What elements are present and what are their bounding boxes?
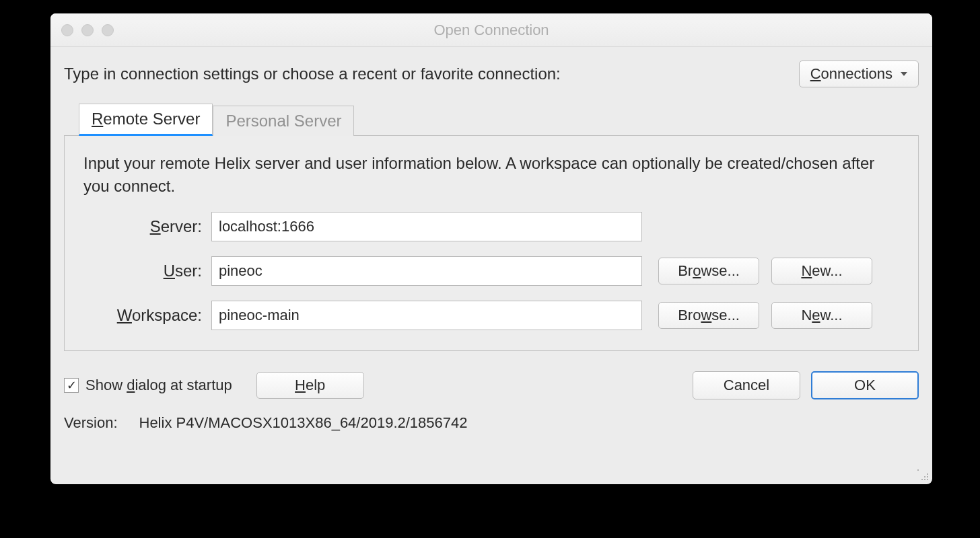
traffic-lights bbox=[61, 24, 114, 36]
show-dialog-label: Show dialog at startup bbox=[85, 377, 232, 394]
footer-left-group: ✓ Show dialog at startup Help bbox=[64, 372, 364, 399]
workspace-input[interactable] bbox=[211, 301, 642, 330]
top-row: Type in connection settings or choose a … bbox=[64, 61, 919, 87]
dialog-body: Type in connection settings or choose a … bbox=[50, 47, 932, 484]
panel-instruction: Input your remote Helix server and user … bbox=[83, 152, 899, 197]
close-traffic-light[interactable] bbox=[61, 24, 73, 36]
tab-personal-server[interactable]: Personal Server bbox=[213, 106, 354, 136]
footer: ✓ Show dialog at startup Help Cancel OK … bbox=[64, 371, 919, 432]
user-new-button[interactable]: New... bbox=[771, 258, 872, 284]
tab-bar: Remote Server Personal Server bbox=[79, 104, 919, 136]
minimize-traffic-light[interactable] bbox=[81, 24, 94, 36]
workspace-row: Workspace: Browse... New... bbox=[83, 301, 899, 330]
workspace-browse-button[interactable]: Browse... bbox=[658, 302, 759, 329]
version-row: Version: Helix P4V/MACOSX1013X86_64/2019… bbox=[64, 414, 919, 432]
footer-row: ✓ Show dialog at startup Help Cancel OK bbox=[64, 371, 919, 399]
connections-dropdown[interactable]: Connections bbox=[799, 61, 919, 87]
tab-remote-server[interactable]: Remote Server bbox=[79, 104, 213, 136]
server-input[interactable] bbox=[211, 212, 642, 241]
version-label: Version: bbox=[64, 414, 118, 432]
footer-right-group: Cancel OK bbox=[693, 371, 919, 399]
show-dialog-checkbox[interactable]: ✓ Show dialog at startup bbox=[64, 377, 232, 394]
user-row-buttons: Browse... New... bbox=[658, 258, 872, 284]
zoom-traffic-light[interactable] bbox=[102, 24, 114, 36]
instruction-text: Type in connection settings or choose a … bbox=[64, 65, 561, 83]
ok-button[interactable]: OK bbox=[811, 371, 919, 399]
titlebar: Open Connection bbox=[50, 13, 932, 47]
resize-grip-icon[interactable] bbox=[917, 469, 930, 482]
server-label: Server: bbox=[83, 217, 211, 236]
connections-dropdown-label: Connections bbox=[810, 65, 893, 83]
workspace-label: Workspace: bbox=[83, 306, 211, 325]
chevron-down-icon bbox=[901, 72, 907, 76]
user-row: User: Browse... New... bbox=[83, 256, 899, 286]
user-input[interactable] bbox=[211, 256, 642, 286]
server-row: Server: bbox=[83, 212, 899, 241]
user-label: User: bbox=[83, 262, 211, 280]
workspace-row-buttons: Browse... New... bbox=[658, 302, 872, 329]
open-connection-window: Open Connection Type in connection setti… bbox=[50, 13, 932, 484]
version-value: Helix P4V/MACOSX1013X86_64/2019.2/185674… bbox=[139, 414, 468, 432]
help-button[interactable]: Help bbox=[256, 372, 364, 399]
remote-server-panel: Input your remote Helix server and user … bbox=[64, 135, 919, 351]
user-browse-button[interactable]: Browse... bbox=[658, 258, 759, 284]
cancel-button[interactable]: Cancel bbox=[693, 371, 800, 399]
workspace-new-button[interactable]: New... bbox=[771, 302, 872, 329]
checkbox-icon: ✓ bbox=[64, 378, 79, 393]
window-title: Open Connection bbox=[50, 22, 932, 39]
